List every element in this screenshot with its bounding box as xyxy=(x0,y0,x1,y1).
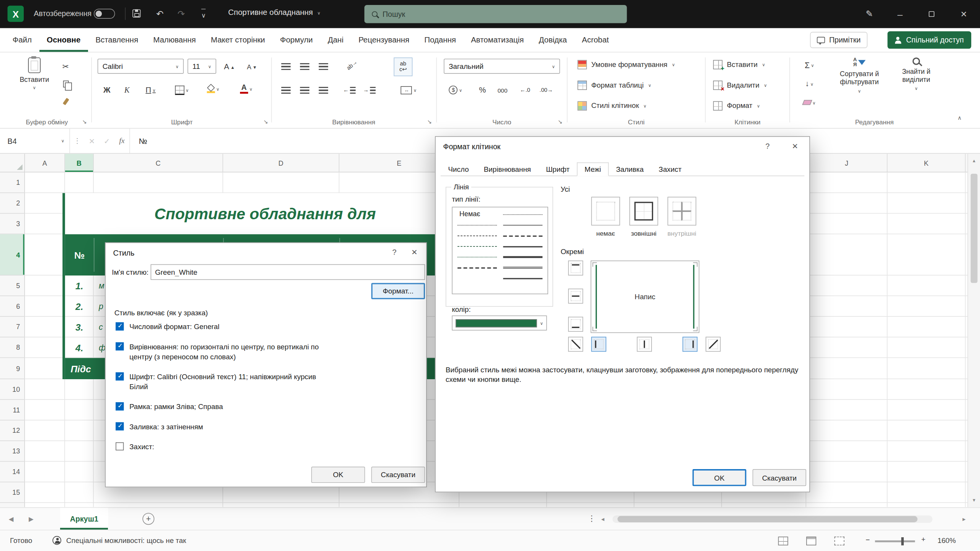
copy-button[interactable] xyxy=(57,76,74,91)
italic-button[interactable]: К xyxy=(119,83,135,98)
style-include-option[interactable]: Заливка: з затіненням xyxy=(116,422,420,432)
align-top-button[interactable] xyxy=(278,59,294,73)
row-header[interactable]: 4 xyxy=(0,234,24,276)
dialog-tab[interactable]: Межі xyxy=(577,162,609,176)
checkbox[interactable] xyxy=(116,442,124,450)
hscroll-left-icon[interactable]: ◂ xyxy=(601,515,604,522)
border-preset-button[interactable]: внутрішні xyxy=(666,197,698,236)
insert-cells-button[interactable]: + Вставити∨ xyxy=(708,56,787,72)
increase-decimal-button[interactable]: ←.0 xyxy=(517,83,533,98)
minimize-button[interactable]: – xyxy=(886,0,914,28)
dialog-launcher-icon[interactable]: ↘ xyxy=(263,119,268,125)
line-style-option[interactable] xyxy=(500,241,546,252)
autosave-toggle[interactable] xyxy=(94,9,115,19)
checkbox[interactable] xyxy=(116,422,124,430)
name-box[interactable]: B4 ∨ xyxy=(0,129,70,153)
line-style-option[interactable] xyxy=(500,262,546,273)
border-bottom-button[interactable] xyxy=(568,317,583,332)
insert-function-icon[interactable]: fx xyxy=(114,129,129,153)
column-header[interactable]: J xyxy=(806,154,887,172)
column-header[interactable]: B xyxy=(65,154,94,172)
orientation-button[interactable]: ab→ xyxy=(341,54,363,76)
dialog-tab[interactable]: Число xyxy=(441,162,476,176)
table-title-cell[interactable]: Спортивне обладнання для xyxy=(65,193,459,234)
row-header[interactable]: 10 xyxy=(0,379,24,400)
page-break-view-icon[interactable] xyxy=(835,536,844,545)
row-header[interactable]: 13 xyxy=(0,441,24,462)
decrease-indent-button[interactable]: ← xyxy=(341,83,357,98)
line-style-option[interactable] xyxy=(500,209,546,220)
line-style-option[interactable] xyxy=(500,220,546,231)
zoom-slider[interactable] xyxy=(875,540,915,542)
cell-styles-button[interactable]: Стилі клітинок∨ xyxy=(570,98,702,114)
notes-button[interactable]: Примітки xyxy=(810,32,867,48)
ribbon-tab[interactable]: Дані xyxy=(320,28,351,52)
dialog-tab[interactable]: Вирівнювання xyxy=(476,162,538,176)
vertical-scrollbar[interactable]: ▲ ▼ xyxy=(967,154,980,507)
dialog-tab[interactable]: Шрифт xyxy=(539,162,577,176)
autosum-button[interactable]: Σ∨ xyxy=(799,57,820,72)
border-left-button[interactable] xyxy=(591,337,606,352)
line-style-none[interactable]: Немає xyxy=(454,209,500,220)
row-header[interactable]: 2 xyxy=(0,193,24,214)
sheet-nav-prev-icon[interactable]: ◀ xyxy=(9,515,14,522)
fill-button[interactable]: ↓∨ xyxy=(799,76,820,91)
horizontal-scroll-thumb[interactable] xyxy=(617,516,918,522)
decrease-decimal-button[interactable]: .00→ xyxy=(538,83,554,98)
wrap-text-button[interactable]: abc↩ xyxy=(394,57,413,76)
format-as-table-button[interactable]: Формат таблиці∨ xyxy=(570,77,702,93)
normal-view-icon[interactable] xyxy=(778,536,788,545)
line-style-option[interactable] xyxy=(454,220,500,231)
checkbox[interactable] xyxy=(116,372,124,380)
font-size-combo[interactable]: 11∨ xyxy=(188,59,216,73)
line-style-listbox[interactable]: Немає xyxy=(452,207,548,294)
bold-button[interactable]: Ж xyxy=(99,83,115,98)
merge-center-button[interactable]: ↔∨ xyxy=(394,83,424,98)
line-style-option[interactable] xyxy=(454,252,500,262)
format-painter-button[interactable] xyxy=(57,94,74,109)
accessibility-status[interactable]: Спеціальні можливості: щось не так xyxy=(66,536,186,544)
shrink-font-button[interactable]: А▼ xyxy=(244,59,260,74)
accounting-format-button[interactable]: $∨ xyxy=(444,83,467,98)
dialog-tab[interactable]: Заливка xyxy=(609,162,651,176)
line-style-option[interactable] xyxy=(454,230,500,241)
ribbon-tab[interactable]: Acrobat xyxy=(575,28,617,52)
scroll-up-icon[interactable]: ▲ xyxy=(968,159,980,163)
style-include-option[interactable]: Вирівнювання: по горизонталі по центру, … xyxy=(116,342,420,362)
row-header[interactable]: 15 xyxy=(0,482,24,503)
conditional-formatting-button[interactable]: Умовне форматування∨ xyxy=(570,56,702,72)
border-preset-button[interactable]: зовнішні xyxy=(627,197,660,236)
sheet-options-icon[interactable]: ⋮ xyxy=(588,514,596,523)
ribbon-tab[interactable]: Вставлення xyxy=(88,28,146,52)
confirm-entry-icon[interactable]: ✓ xyxy=(100,129,114,153)
column-header[interactable]: C xyxy=(94,154,223,172)
checkbox[interactable] xyxy=(116,342,124,350)
line-style-option[interactable] xyxy=(454,241,500,252)
underline-button[interactable]: П∨ xyxy=(140,83,162,98)
zoom-slider-thumb[interactable] xyxy=(901,537,904,545)
column-header[interactable]: K xyxy=(887,154,965,172)
border-preset-button[interactable]: немає xyxy=(590,197,622,236)
help-button[interactable]: ? xyxy=(762,142,773,151)
line-style-option[interactable] xyxy=(500,273,546,284)
pencil-icon[interactable]: ✎ xyxy=(866,8,873,20)
row-header[interactable]: 7 xyxy=(0,317,24,337)
row-header[interactable]: 1 xyxy=(0,173,24,193)
style-include-option[interactable]: Захист: xyxy=(116,442,420,452)
close-icon[interactable]: ✕ xyxy=(789,142,800,151)
line-style-option[interactable] xyxy=(454,262,500,273)
share-button[interactable]: Спільний доступ xyxy=(887,31,971,49)
border-diagonal-up-button[interactable] xyxy=(706,337,720,352)
font-name-combo[interactable]: Calibri∨ xyxy=(98,59,184,73)
ok-button[interactable]: OK xyxy=(693,469,746,486)
sheet-tab[interactable]: Аркуш1 xyxy=(60,508,108,530)
sort-filter-button[interactable]: АЯ Сортувати й фільтрувати ∨ xyxy=(833,57,886,93)
dialog-launcher-icon[interactable]: ↘ xyxy=(558,119,562,125)
style-name-input[interactable] xyxy=(150,264,425,280)
border-preview[interactable]: Напис xyxy=(591,261,699,333)
maximize-button[interactable] xyxy=(918,0,945,28)
row-header[interactable]: 5 xyxy=(0,276,24,296)
collapse-ribbon-icon[interactable]: ∧ xyxy=(957,115,962,121)
ribbon-tab[interactable]: Довідка xyxy=(531,28,575,52)
style-include-option[interactable]: Шрифт: Calibri (Основний текст) 11; напі… xyxy=(116,372,420,391)
